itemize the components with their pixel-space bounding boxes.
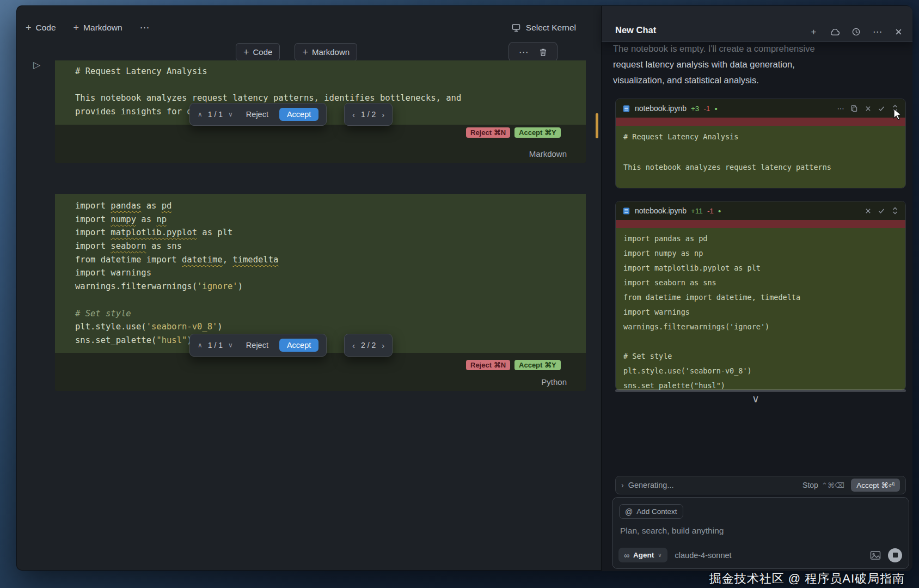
chat-composer[interactable]: @ Add Context Plan, search, build anythi… [612,497,909,569]
expand-icon[interactable] [891,207,899,215]
plus-icon: + [26,23,32,33]
stop-square-icon [893,553,898,558]
chat-header: New Chat + ⋯ [602,6,912,42]
reject-file-icon[interactable] [864,207,872,215]
toolbar-add-markdown-label: Markdown [83,23,122,33]
more-icon[interactable]: ⋯ [872,27,883,37]
insert-markdown-button[interactable]: + Markdown [295,43,357,61]
cell-language-label[interactable]: Python [541,377,567,387]
chevron-right-icon[interactable]: › [382,341,384,350]
code-cell-content[interactable]: import pandas as pdimport numpy as npimp… [55,194,586,353]
deleted-line-block [616,118,905,126]
history-icon[interactable] [851,27,861,37]
agent-mode-dropdown[interactable]: ∞ Agent ∨ [618,548,667,562]
chat-panel: New Chat + ⋯ The notebook is empty [601,6,912,571]
notebook-editor-pane: + Code + Markdown ⋯ Select Kernel + Code [17,6,601,571]
diff-card-actions [864,207,899,215]
reject-button[interactable]: Reject [246,341,268,350]
message-line: request latency analysis with data gener… [613,57,900,72]
diff-preview-code: import pandas as pdimport numpy as npimp… [616,228,905,390]
kernel-icon [511,23,521,33]
chevron-down-icon[interactable]: ∨ [228,341,233,349]
diff-card-header[interactable]: notebook.ipynb +3 -1 • ⋯ [616,99,905,118]
generating-status-bar: › Generating... Stop ⌃⌘⌫ Accept ⌘⏎ [615,476,906,494]
close-icon[interactable] [893,27,904,37]
assistant-message: The notebook is empty. I'll create a com… [613,41,900,88]
insert-cell-bar: + Code + Markdown [236,43,357,61]
new-chat-icon[interactable]: + [808,27,819,37]
toolbar-add-code-button[interactable]: + Code [26,23,56,33]
model-selector[interactable]: claude-4-sonnet [675,551,732,560]
trash-icon[interactable] [539,48,547,57]
chevron-down-icon[interactable]: ∨ [228,111,233,118]
diff-review-bar-1: ∧ 1 / 1 ∨ Reject Accept [189,103,327,126]
composer-placeholder[interactable]: Plan, search, build anything [620,526,724,536]
accept-all-button[interactable]: Accept ⌘⏎ [851,479,900,492]
scroll-down-chevron-icon[interactable]: ∨ [752,393,759,405]
plus-icon: + [243,47,249,57]
chevron-right-icon[interactable]: › [382,110,384,119]
diff-preview-code: # Request Latency Analysis This notebook… [616,126,905,188]
pager-position: 2 / 2 [361,341,376,350]
lines-removed: -1 [707,207,714,215]
reject-shortcut-badge[interactable]: Reject ⌘N [466,360,510,370]
agent-mode-label: Agent [633,551,654,559]
toolbar-add-markdown-button[interactable]: + Markdown [73,23,122,33]
unsaved-dot: • [714,105,717,113]
diff-card-actions: ⋯ [837,105,899,112]
composer-right-icons [870,548,902,562]
diff-card-header[interactable]: notebook.ipynb +11 -1 • [616,201,905,220]
cell-language-label[interactable]: Markdown [529,149,567,158]
copy-icon[interactable] [850,105,858,112]
chevron-left-icon[interactable]: ‹ [352,341,355,350]
reject-button[interactable]: Reject [246,110,268,119]
cell-actions-toolbar: ⋯ [508,42,557,62]
diff-position: 1 / 1 [208,110,223,119]
deleted-line-block [616,220,905,228]
generating-label: Generating... [628,481,674,489]
pager-position: 1 / 2 [361,110,376,119]
modified-gutter-marker [596,113,598,138]
cloud-icon[interactable] [830,27,840,37]
chevron-right-icon[interactable]: › [621,481,624,489]
chevron-up-icon[interactable]: ∧ [198,111,203,118]
insert-code-button[interactable]: + Code [236,43,280,61]
run-cell-button[interactable]: ▷ [33,59,40,71]
notebook-file-icon [622,105,630,113]
message-line: visualization, and statistical analysis. [613,72,900,88]
accept-button[interactable]: Accept [279,339,318,352]
more-icon[interactable]: ⋯ [837,105,844,112]
reject-shortcut-badge[interactable]: Reject ⌘N [466,127,510,138]
stop-generation-button[interactable] [888,548,902,562]
lines-added: +3 [691,105,699,113]
editor-window: + Code + Markdown ⋯ Select Kernel + Code [16,5,912,571]
reject-file-icon[interactable] [864,105,872,112]
image-attach-icon[interactable] [870,550,881,560]
accept-file-icon[interactable] [878,105,885,112]
add-context-chip[interactable]: @ Add Context [619,504,683,519]
diff-position: 1 / 1 [208,341,223,350]
add-context-label: Add Context [636,507,677,516]
chevron-down-icon: ∨ [658,552,661,558]
plus-icon: + [302,47,308,57]
accept-file-icon[interactable] [878,207,885,215]
plus-icon: + [73,23,79,33]
accept-shortcut-badge[interactable]: Accept ⌘Y [514,127,561,138]
cell-pager-2: ‹ 2 / 2 › [344,334,393,357]
file-diff-card: notebook.ipynb +3 -1 • ⋯ [615,99,906,188]
chevron-up-icon[interactable]: ∧ [198,341,203,349]
stop-button[interactable]: Stop [802,481,818,489]
chat-header-icons: + ⋯ [808,27,904,37]
watermark-text: 掘金技术社区 @ 程序员AI破局指南 [709,571,905,587]
file-diff-card: notebook.ipynb +11 -1 • [615,201,906,390]
unsaved-dot: • [718,207,721,215]
select-kernel-button[interactable]: Select Kernel [511,20,576,35]
chat-title: New Chat [615,25,656,35]
accept-shortcut-badge[interactable]: Accept ⌘Y [514,360,561,370]
toolbar-more-icon[interactable]: ⋯ [140,22,151,34]
accept-button[interactable]: Accept [279,108,318,121]
toolbar-add-code-label: Code [36,23,56,33]
cell-more-icon[interactable]: ⋯ [519,46,530,58]
lines-removed: -1 [703,105,710,113]
chevron-left-icon[interactable]: ‹ [352,110,355,119]
